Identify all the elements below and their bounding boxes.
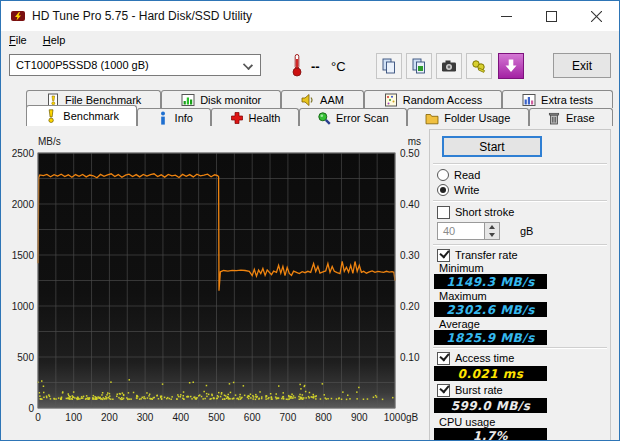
svg-text:1000: 1000 <box>12 301 35 312</box>
download-arrow-button[interactable] <box>498 53 524 79</box>
svg-text:0.50: 0.50 <box>400 148 420 159</box>
tab-folder-usage[interactable]: Folder Usage <box>407 108 529 126</box>
aam-icon <box>301 93 315 107</box>
tab-erase[interactable]: Erase <box>529 108 613 126</box>
access-time-label: Access time <box>455 352 514 364</box>
tab-disk-monitor[interactable]: Disk monitor <box>161 90 281 108</box>
tab-label: Erase <box>566 112 595 124</box>
copy-icon <box>381 58 397 74</box>
svg-text:0: 0 <box>28 403 34 414</box>
maximize-button[interactable] <box>529 1 574 31</box>
tab-label: Error Scan <box>336 112 389 124</box>
svg-text:0.10: 0.10 <box>400 352 420 363</box>
keys-icon <box>471 58 487 74</box>
short-stroke-label: Short stroke <box>455 206 514 218</box>
tab-random-access[interactable]: Random Access <box>364 90 502 108</box>
access-time-value: 0.021 ms <box>434 366 547 381</box>
start-label: Start <box>479 140 504 154</box>
health-icon <box>230 111 244 125</box>
read-label: Read <box>454 169 480 181</box>
short-stroke-unit: gB <box>520 225 533 237</box>
chevron-down-icon <box>243 60 253 70</box>
close-icon <box>591 11 602 22</box>
tab-health[interactable]: Health <box>211 108 298 126</box>
left-axis-unit: MB/s <box>38 136 61 147</box>
average-label: Average <box>439 318 480 330</box>
minimum-value: 1149.3 MB/s <box>434 274 547 289</box>
options-button[interactable] <box>466 53 492 79</box>
write-label: Write <box>454 184 479 196</box>
app-icon <box>10 8 26 24</box>
svg-text:300: 300 <box>137 412 154 423</box>
tab-label: AAM <box>320 94 344 106</box>
transfer-rate-checkbox[interactable] <box>437 249 450 262</box>
temperature-value: -- <box>311 59 320 74</box>
access-time-row[interactable]: Access time <box>437 351 514 365</box>
tab-strip: File BenchmarkDisk monitorAAMRandom Acce… <box>1 89 619 126</box>
right-axis-ticks: 0.500.400.300.200.10 <box>400 148 420 363</box>
short-stroke-spinner[interactable]: 40 <box>437 222 500 240</box>
exit-button[interactable]: Exit <box>553 53 611 78</box>
short-stroke-row[interactable]: Short stroke <box>437 205 514 219</box>
tab-info[interactable]: Info <box>137 108 211 126</box>
copy-chart-icon <box>411 58 427 74</box>
short-stroke-spin-buttons[interactable] <box>485 222 500 240</box>
svg-text:500: 500 <box>208 412 225 423</box>
svg-text:600: 600 <box>244 412 261 423</box>
read-radio[interactable] <box>437 169 449 181</box>
tab-extra-tests[interactable]: Extra tests <box>502 90 613 108</box>
close-button[interactable] <box>574 1 619 31</box>
benchmark-icon <box>44 109 58 123</box>
write-radio[interactable] <box>437 184 449 196</box>
copy-image-button[interactable] <box>406 53 432 79</box>
transfer-rate-row[interactable]: Transfer rate <box>437 248 518 262</box>
svg-text:0.20: 0.20 <box>400 301 420 312</box>
window-title: HD Tune Pro 5.75 - Hard Disk/SSD Utility <box>32 9 252 23</box>
tab-error-scan[interactable]: Error Scan <box>299 108 407 126</box>
svg-text:2000: 2000 <box>12 199 35 210</box>
copy-to-clipboard-button[interactable] <box>376 53 402 79</box>
separator <box>433 347 607 349</box>
spin-down-icon[interactable] <box>489 233 495 237</box>
separator <box>433 244 607 246</box>
temperature-unit: °C <box>331 59 346 74</box>
folder-usage-icon <box>425 111 439 125</box>
erase-icon <box>547 111 561 125</box>
svg-text:500: 500 <box>17 352 34 363</box>
random-access-icon <box>384 93 398 107</box>
write-radio-row[interactable]: Write <box>437 183 479 197</box>
start-button[interactable]: Start <box>442 136 542 157</box>
maximum-label: Maximum <box>439 290 487 302</box>
tab-label: Folder Usage <box>444 112 510 124</box>
minimize-icon <box>501 11 512 22</box>
download-arrow-icon <box>503 58 519 74</box>
burst-rate-checkbox[interactable] <box>437 384 450 397</box>
tab-label: Disk monitor <box>200 94 261 106</box>
short-stroke-checkbox[interactable] <box>437 206 450 219</box>
short-stroke-value[interactable]: 40 <box>437 222 485 240</box>
tab-label: Info <box>175 112 193 124</box>
tab-label: Extra tests <box>541 94 593 106</box>
title-bar[interactable]: HD Tune Pro 5.75 - Hard Disk/SSD Utility <box>1 1 619 31</box>
tab-label: File Benchmark <box>65 94 141 106</box>
minimum-label: Minimum <box>439 262 484 274</box>
burst-rate-value: 599.0 MB/s <box>434 398 547 413</box>
screenshot-button[interactable] <box>436 53 462 79</box>
minimize-button[interactable] <box>484 1 529 31</box>
app-window: HD Tune Pro 5.75 - Hard Disk/SSD Utility… <box>0 0 620 441</box>
drive-select-dropdown[interactable]: CT1000P5SSD8 (1000 gB) <box>9 54 261 76</box>
menu-help[interactable]: Help <box>35 32 74 48</box>
spin-up-icon[interactable] <box>489 225 495 229</box>
left-axis-ticks: 25002000150010005000 <box>12 148 35 414</box>
svg-text:0.40: 0.40 <box>400 199 420 210</box>
right-axis-unit: ms <box>408 136 421 147</box>
x-axis-ticks: 01002003004005006007008009001000gB <box>35 412 418 423</box>
burst-rate-row[interactable]: Burst rate <box>437 383 503 397</box>
svg-text:0: 0 <box>35 412 41 423</box>
read-radio-row[interactable]: Read <box>437 168 480 182</box>
tab-benchmark[interactable]: Benchmark <box>26 105 137 126</box>
menu-file[interactable]: File <box>1 32 35 48</box>
info-icon <box>156 111 170 125</box>
access-time-checkbox[interactable] <box>437 352 450 365</box>
tab-aam[interactable]: AAM <box>281 90 364 108</box>
